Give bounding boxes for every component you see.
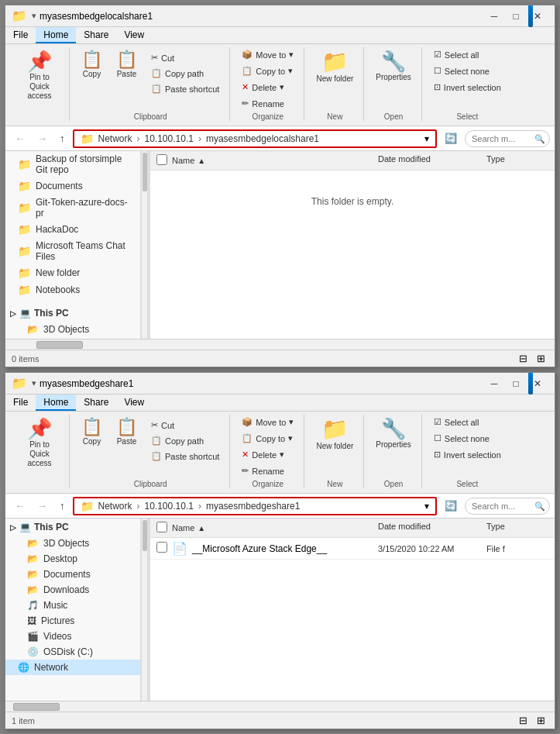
sidebar-scrollbar-2[interactable]: [141, 519, 147, 701]
menu-home-1[interactable]: Home: [36, 27, 76, 43]
delete-button-2[interactable]: ✕ Delete ▾: [236, 447, 290, 462]
copy-to-button-2[interactable]: 📋 Copy to ▾: [236, 431, 298, 446]
invert-selection-button-2[interactable]: ⊡ Invert selection: [428, 447, 507, 462]
col-type-1[interactable]: Type: [486, 154, 548, 167]
up-button-2[interactable]: ↑: [55, 498, 70, 514]
maximize-button-2[interactable]: □: [505, 375, 527, 392]
col-date-1[interactable]: Date modified: [378, 154, 486, 167]
sidebar-thispc-2[interactable]: ▷ 💻 This PC: [5, 519, 140, 536]
properties-button-2[interactable]: 🔧 Properties: [370, 415, 417, 453]
menu-view-1[interactable]: View: [116, 27, 152, 43]
paste-shortcut-button-2[interactable]: 📋 Paste shortcut: [146, 449, 225, 463]
properties-button-1[interactable]: 🔧 Properties: [370, 47, 417, 85]
copy-button-2[interactable]: 📋 Copy: [76, 415, 108, 450]
move-to-button-2[interactable]: 📦 Move to ▾: [236, 415, 299, 429]
new-folder-button-2[interactable]: 📁 New folder: [311, 415, 359, 454]
back-button-2[interactable]: ←: [10, 498, 29, 514]
menu-share-2[interactable]: Share: [76, 395, 116, 411]
path-ip-1[interactable]: 10.100.10.1: [145, 133, 194, 144]
sidebar-folder-documents-1[interactable]: 📁 Documents: [5, 177, 140, 195]
minimize-button-1[interactable]: ─: [483, 8, 505, 25]
refresh-button-2[interactable]: 🔄: [440, 498, 462, 514]
details-view-button-1[interactable]: ⊞: [534, 351, 548, 366]
address-path-1[interactable]: 📁 Network › 10.100.10.1 › myasesmbedgelo…: [73, 129, 438, 148]
col-name-1[interactable]: Name ▲: [172, 154, 378, 167]
pin-button-2[interactable]: 📌 Pin to Quick access: [15, 415, 64, 472]
sidebar-3dobjects-2[interactable]: 📂 3D Objects: [5, 536, 140, 551]
menu-home-2[interactable]: Home: [36, 395, 76, 411]
cut-button-2[interactable]: ✂ Cut: [146, 418, 225, 432]
address-path-2[interactable]: 📁 Network › 10.100.10.1 › myasesmbedgesh…: [73, 497, 438, 515]
menu-file-1[interactable]: File: [5, 27, 36, 43]
path-network-1[interactable]: Network: [98, 133, 132, 144]
sidebar-downloads-2[interactable]: 📂 Downloads: [5, 582, 140, 598]
sidebar-folder-notebooks[interactable]: 📁 Notebooks: [5, 281, 140, 298]
path-network-2[interactable]: Network: [98, 501, 132, 512]
sidebar-music-2[interactable]: 🎵 Music: [5, 598, 140, 613]
col-type-2[interactable]: Type: [486, 522, 548, 534]
sidebar-folder-git[interactable]: 📁 Git-Token-azure-docs-pr: [5, 195, 140, 221]
move-to-button-1[interactable]: 📦 Move to ▾: [236, 47, 299, 62]
pin-button-1[interactable]: 📌 Pin to Quick access: [15, 47, 64, 105]
sidebar-folder-new[interactable]: 📁 New folder: [5, 264, 140, 281]
path-share-1[interactable]: myasesmbedgelocalshare1: [206, 133, 319, 144]
file-checkbox-azure[interactable]: [156, 542, 167, 553]
cut-button-1[interactable]: ✂ Cut: [146, 50, 225, 65]
details-view-button-2[interactable]: ⊞: [534, 713, 548, 728]
sidebar-scrollbar-1[interactable]: [141, 151, 147, 339]
select-all-checkbox-2[interactable]: [156, 522, 167, 532]
up-button-1[interactable]: ↑: [55, 130, 70, 146]
forward-button-1[interactable]: →: [33, 130, 52, 146]
hscrollbar-2[interactable]: [5, 701, 555, 712]
sidebar-desktop-2[interactable]: 📂 Desktop: [5, 551, 140, 567]
sidebar-folder-hackadoc[interactable]: 📁 HackaDoc: [5, 221, 140, 238]
sidebar-folder-backup[interactable]: 📁 Backup of storsimple Git repo: [5, 151, 140, 177]
sidebar-documents-2[interactable]: 📂 Documents: [5, 567, 140, 582]
paste-button-2[interactable]: 📋 Paste: [111, 415, 143, 450]
select-all-button-1[interactable]: ☑ Select all: [428, 47, 485, 62]
rename-button-2[interactable]: ✏ Rename: [236, 463, 290, 478]
file-list-1[interactable]: Name ▲ Date modified Type This folder is…: [150, 151, 555, 339]
select-all-checkbox-1[interactable]: [156, 154, 167, 165]
rename-button-1[interactable]: ✏ Rename: [236, 96, 290, 111]
menu-view-2[interactable]: View: [116, 395, 152, 411]
paste-shortcut-button-1[interactable]: 📋 Paste shortcut: [146, 81, 225, 96]
sidebar-pictures-2[interactable]: 🖼 Pictures: [5, 613, 140, 629]
new-folder-button-1[interactable]: 📁 New folder: [311, 47, 359, 87]
col-name-2[interactable]: Name ▲: [172, 522, 378, 534]
menu-file-2[interactable]: File: [5, 395, 36, 411]
sidebar-folder-teams[interactable]: 📁 Microsoft Teams Chat Files: [5, 238, 140, 264]
delete-button-1[interactable]: ✕ Delete ▾: [236, 80, 290, 95]
path-ip-2[interactable]: 10.100.10.1: [145, 501, 194, 512]
invert-selection-button-1[interactable]: ⊡ Invert selection: [428, 80, 507, 95]
copy-path-button-2[interactable]: 📋 Copy path: [146, 433, 225, 448]
sidebar-network-2[interactable]: 🌐 Network: [5, 660, 140, 675]
copy-path-button-1[interactable]: 📋 Copy path: [146, 66, 225, 81]
copy-to-button-1[interactable]: 📋 Copy to ▾: [236, 64, 298, 78]
col-date-2[interactable]: Date modified: [378, 522, 486, 534]
list-view-button-1[interactable]: ⊟: [516, 351, 531, 366]
select-none-button-1[interactable]: ☐ Select none: [428, 64, 495, 78]
copy-button-1[interactable]: 📋 Copy: [76, 47, 108, 82]
sidebar-videos-2[interactable]: 🎬 Videos: [5, 629, 140, 644]
file-list-2[interactable]: Name ▲ Date modified Type 📄 __Microsoft …: [150, 519, 555, 701]
file-row-azure[interactable]: 📄 __Microsoft Azure Stack Edge__ 3/15/20…: [150, 538, 555, 560]
window-controls-1[interactable]: ─ □ ✕: [483, 8, 548, 25]
thispc-icon-1: 💻: [19, 308, 31, 319]
sidebar-3dobjects-1[interactable]: 📂 3D Objects: [5, 322, 140, 337]
paste-button-1[interactable]: 📋 Paste: [111, 47, 143, 82]
window-controls-2[interactable]: ─ □ ✕: [483, 375, 548, 392]
sidebar-thispc-1[interactable]: ▷ 💻 This PC: [5, 305, 140, 322]
path-share-2[interactable]: myasesmbedgeshare1: [206, 501, 300, 512]
menu-share-1[interactable]: Share: [76, 27, 116, 43]
minimize-button-2[interactable]: ─: [483, 375, 505, 392]
maximize-button-1[interactable]: □: [505, 8, 527, 25]
select-none-button-2[interactable]: ☐ Select none: [428, 431, 495, 446]
back-button-1[interactable]: ←: [10, 130, 29, 146]
hscrollbar-1[interactable]: [5, 339, 555, 350]
list-view-button-2[interactable]: ⊟: [516, 713, 531, 728]
refresh-button-1[interactable]: 🔄: [440, 130, 462, 146]
sidebar-osdisk-2[interactable]: 💿 OSDisk (C:): [5, 644, 140, 660]
select-all-button-2[interactable]: ☑ Select all: [428, 415, 485, 429]
forward-button-2[interactable]: →: [33, 498, 52, 514]
